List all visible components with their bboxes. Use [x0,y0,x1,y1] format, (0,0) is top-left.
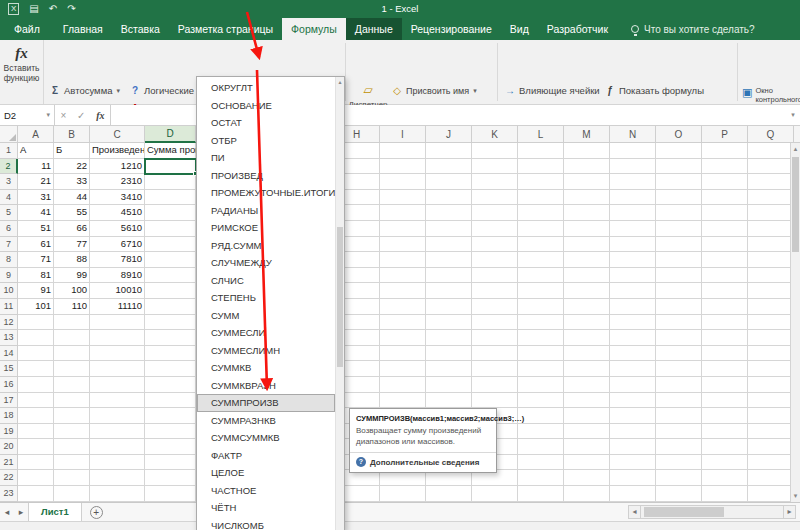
row-header-11[interactable]: 11 [0,299,18,315]
cell-I1[interactable] [380,143,426,159]
cell-C4[interactable]: 3410 [90,190,145,206]
row-header-2[interactable]: 2 [0,159,18,175]
vertical-scroll-thumb[interactable] [792,157,799,252]
menu-item-ПРОМЕЖУТОЧНЫЕ.ИТОГИ[interactable]: ПРОМЕЖУТОЧНЫЕ.ИТОГИ [197,184,335,202]
cell-P10[interactable] [702,283,748,299]
cell-Q9[interactable] [748,268,794,284]
cell-O22[interactable] [656,470,702,486]
cell-C23[interactable] [90,486,145,502]
cell-N18[interactable] [610,408,656,424]
cell-J1[interactable] [426,143,472,159]
hscroll-right-icon[interactable]: ▸ [783,505,796,519]
menu-item-СУММЕСЛИМН[interactable]: СУММЕСЛИМН [197,342,335,360]
cell-C10[interactable]: 10010 [90,283,145,299]
tab-Рецензирование[interactable]: Рецензирование [402,18,501,40]
cell-I2[interactable] [380,159,426,175]
cell-B15[interactable] [54,361,90,377]
menu-item-ОТБР[interactable]: ОТБР [197,132,335,150]
cell-A23[interactable] [18,486,54,502]
cell-J7[interactable] [426,237,472,253]
cell-D22[interactable] [145,470,196,486]
cell-M8[interactable] [564,252,610,268]
cell-O17[interactable] [656,393,702,409]
cell-B17[interactable] [54,393,90,409]
menu-item-СУММКВРАЗН[interactable]: СУММКВРАЗН [197,377,335,395]
cell-Q8[interactable] [748,252,794,268]
cell-I10[interactable] [380,283,426,299]
cell-O6[interactable] [656,221,702,237]
cell-K4[interactable] [472,190,518,206]
hscroll-left-icon[interactable]: ◂ [628,505,641,519]
cell-C3[interactable]: 2310 [90,174,145,190]
cell-I13[interactable] [380,330,426,346]
cell-K17[interactable] [472,393,518,409]
cell-M15[interactable] [564,361,610,377]
tab-Главная[interactable]: Главная [54,18,112,40]
cell-M21[interactable] [564,455,610,471]
cell-D8[interactable] [145,252,196,268]
cell-K13[interactable] [472,330,518,346]
cell-A8[interactable]: 71 [18,252,54,268]
row-header-19[interactable]: 19 [0,424,18,440]
cell-D4[interactable] [145,190,196,206]
row-header-8[interactable]: 8 [0,252,18,268]
cell-K14[interactable] [472,346,518,362]
cell-A4[interactable]: 31 [18,190,54,206]
cell-C18[interactable] [90,408,145,424]
cell-I17[interactable] [380,393,426,409]
menu-item-ПРОИЗВЕД[interactable]: ПРОИЗВЕД [197,167,335,185]
cell-P6[interactable] [702,221,748,237]
menu-item-СУММРАЗНКВ[interactable]: СУММРАЗНКВ [197,412,335,430]
cell-P17[interactable] [702,393,748,409]
cell-K6[interactable] [472,221,518,237]
cell-D14[interactable] [145,346,196,362]
cell-P21[interactable] [702,455,748,471]
cell-J5[interactable] [426,205,472,221]
cell-L13[interactable] [518,330,564,346]
column-header-D[interactable]: D [145,126,196,143]
cell-O16[interactable] [656,377,702,393]
cell-Q15[interactable] [748,361,794,377]
cell-C9[interactable]: 8910 [90,268,145,284]
cell-K9[interactable] [472,268,518,284]
menu-scrollbar[interactable]: ▴ [335,77,344,530]
cell-Q22[interactable] [748,470,794,486]
formula-bar-expand-icon[interactable]: ▾ [786,105,800,125]
cell-I8[interactable] [380,252,426,268]
cell-A19[interactable] [18,424,54,440]
cell-M3[interactable] [564,174,610,190]
cell-D13[interactable] [145,330,196,346]
menu-item-ПИ[interactable]: ПИ [197,149,335,167]
cell-Q6[interactable] [748,221,794,237]
cell-Q23[interactable] [748,486,794,502]
menu-scroll-up-icon[interactable]: ▴ [336,77,344,88]
cell-K23[interactable] [472,486,518,502]
cell-A20[interactable] [18,439,54,455]
cell-A14[interactable] [18,346,54,362]
define-name-button[interactable]: ◇ Присвоить имя ▾ [388,82,480,99]
cell-N1[interactable] [610,143,656,159]
cell-O19[interactable] [656,424,702,440]
cell-P18[interactable] [702,408,748,424]
cell-Q17[interactable] [748,393,794,409]
menu-item-ОСНОВАНИЕ[interactable]: ОСНОВАНИЕ [197,97,335,115]
cell-O12[interactable] [656,315,702,331]
menu-item-СУММПРОИЗВ[interactable]: СУММПРОИЗВ [197,394,335,412]
column-header-M[interactable]: M [564,126,610,143]
autosum-button[interactable]: Σ Автосумма ▾ [46,82,123,99]
trace-precedents-button[interactable]: → Влияющие ячейки [501,82,603,99]
cell-L17[interactable] [518,393,564,409]
cell-O3[interactable] [656,174,702,190]
tab-Вставка[interactable]: Вставка [112,18,169,40]
cell-I7[interactable] [380,237,426,253]
column-header-K[interactable]: K [472,126,518,143]
menu-scroll-thumb[interactable] [337,227,343,367]
cell-N12[interactable] [610,315,656,331]
cell-J4[interactable] [426,190,472,206]
cell-K3[interactable] [472,174,518,190]
cell-M7[interactable] [564,237,610,253]
insert-function-fx-icon[interactable]: fx [96,110,104,121]
vertical-scrollbar[interactable]: ▴ ▾ [790,143,800,502]
cell-J8[interactable] [426,252,472,268]
cell-Q1[interactable] [748,143,794,159]
